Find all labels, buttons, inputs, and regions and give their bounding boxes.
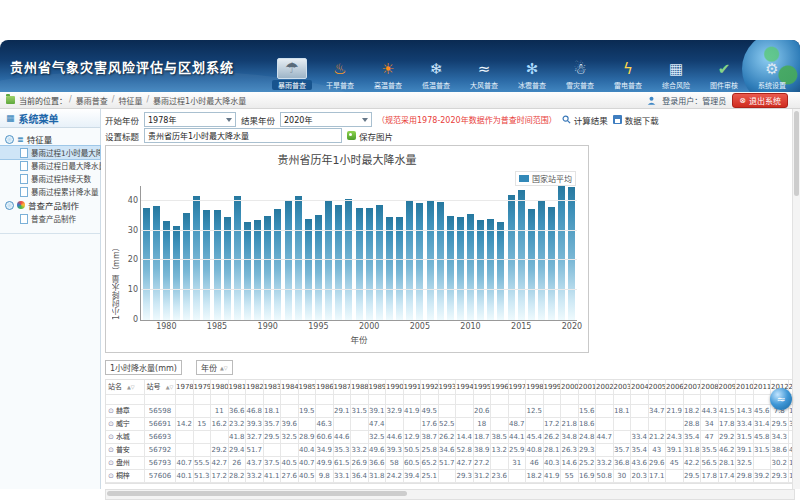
calculate-button[interactable]: 计算结果 — [562, 114, 608, 126]
row-select-radio-icon[interactable]: ⊙ — [108, 460, 114, 467]
breadcrumb-item[interactable]: 暴雨普查 — [76, 95, 108, 106]
col-year[interactable]: 1984 — [281, 380, 299, 394]
bar-2002[interactable] — [386, 217, 393, 320]
col-year[interactable]: 1994 — [456, 380, 474, 394]
bar-2015[interactable] — [518, 190, 525, 320]
logout-button[interactable]: ⊗ 退出系统 — [732, 93, 788, 108]
col-year[interactable]: 2001 — [579, 380, 597, 394]
chart-title-input[interactable]: 贵州省历年1小时最大降水量 — [144, 128, 342, 143]
bar-1997[interactable] — [335, 205, 342, 320]
col-year[interactable]: 1979 — [194, 380, 212, 394]
start-year-select[interactable]: 1978年 — [144, 112, 236, 127]
bar-2006[interactable] — [427, 201, 434, 320]
row-select-radio-icon[interactable]: ⊙ — [108, 434, 114, 441]
bar-1988[interactable] — [244, 222, 251, 320]
tree-branch[interactable]: 普查产品制作 — [0, 198, 100, 212]
bar-1983[interactable] — [193, 196, 200, 321]
nav-item-high-temp-survey[interactable]: ☀高温普查 — [368, 60, 408, 90]
bar-1991[interactable] — [274, 209, 281, 320]
bar-2020[interactable] — [568, 187, 575, 320]
bar-1979[interactable] — [153, 206, 160, 320]
bar-1999[interactable] — [356, 208, 363, 320]
col-year[interactable]: 1996 — [491, 380, 509, 394]
col-year[interactable]: 1989 — [369, 380, 387, 394]
col-year[interactable]: 1991 — [404, 380, 422, 394]
save-image-button[interactable]: 保存图片 — [347, 130, 393, 142]
col-year[interactable]: 2006 — [666, 380, 684, 394]
bar-1981[interactable] — [173, 226, 180, 320]
table-row[interactable]: ⊙水城5669341.832.729.532.528.960.644.632.5… — [106, 431, 794, 444]
col-year[interactable]: 1993 — [439, 380, 457, 394]
col-year[interactable]: 1980 — [211, 380, 229, 394]
col-year[interactable]: 1981 — [229, 380, 247, 394]
bar-1990[interactable] — [264, 216, 271, 320]
col-year[interactable]: 1983 — [264, 380, 282, 394]
bar-2013[interactable] — [497, 222, 504, 320]
data-download-button[interactable]: 数据下载 — [613, 114, 659, 126]
col-year[interactable]: 1985 — [299, 380, 317, 394]
col-year[interactable]: 2008 — [701, 380, 719, 394]
bar-1980[interactable] — [163, 221, 170, 320]
tree-leaf[interactable]: 暴雨过程1小时最大降水量 — [0, 146, 100, 159]
value-filter-box[interactable]: 1小时降水量(mm) — [105, 360, 182, 375]
col-station-name[interactable]: 站名▲▽ — [106, 380, 145, 394]
tree-leaf[interactable]: 普查产品制作 — [0, 212, 100, 225]
table-row[interactable]: ⊙桐梓5760640.151.317.228.233.241.127.640.5… — [106, 470, 794, 483]
sort-icons[interactable]: ▲▽ — [220, 365, 228, 371]
col-year[interactable]: 1986 — [316, 380, 334, 394]
bar-1984[interactable] — [203, 210, 210, 320]
bar-2000[interactable] — [366, 208, 373, 320]
bar-1994[interactable] — [305, 219, 312, 321]
bar-1993[interactable] — [295, 196, 302, 320]
bar-1995[interactable] — [315, 215, 322, 320]
row-select-radio-icon[interactable]: ⊙ — [108, 408, 114, 415]
col-year[interactable]: 1992 — [421, 380, 439, 394]
tree-branch[interactable]: ≣特征量 — [0, 132, 100, 146]
end-year-select[interactable]: 2020年 — [280, 112, 372, 127]
bar-1989[interactable] — [254, 220, 261, 320]
bar-2004[interactable] — [406, 201, 413, 320]
col-year[interactable]: 1988 — [351, 380, 369, 394]
col-year[interactable]: 1998 — [526, 380, 544, 394]
col-year[interactable]: 1990 — [386, 380, 404, 394]
bar-2011[interactable] — [477, 220, 484, 320]
year-sort-box[interactable]: 年份 ▲▽ — [196, 360, 233, 375]
bar-2009[interactable] — [457, 217, 464, 320]
col-year[interactable]: 2000 — [561, 380, 579, 394]
col-year[interactable]: 1982 — [246, 380, 264, 394]
bar-2018[interactable] — [548, 207, 555, 320]
row-select-radio-icon[interactable]: ⊙ — [108, 473, 114, 480]
nav-item-system-settings[interactable]: ⚙系统设置 — [752, 60, 792, 90]
bar-1986[interactable] — [224, 217, 231, 320]
bar-2014[interactable] — [508, 195, 515, 320]
bar-2001[interactable] — [376, 205, 383, 320]
bar-2016[interactable] — [528, 209, 535, 320]
nav-item-low-temp-survey[interactable]: ❄低温普查 — [416, 60, 456, 90]
vertical-scrollbar-thumb[interactable] — [794, 111, 799, 196]
bar-1987[interactable] — [234, 196, 241, 321]
bar-1978[interactable] — [143, 208, 150, 320]
nav-item-rainstorm-survey[interactable]: ☂暴雨普查 — [272, 58, 312, 90]
bar-1996[interactable] — [325, 201, 332, 320]
nav-item-snow-survey[interactable]: ☃雪灾普查 — [560, 60, 600, 90]
tree-leaf[interactable]: 暴雨过程日最大降水量 — [0, 159, 100, 172]
col-station-id[interactable]: 站号 ▲▽ — [145, 380, 176, 394]
col-year[interactable]: 2010 — [736, 380, 754, 394]
table-row[interactable]: ⊙盘州5679340.755.542.72643.737.540.540.749… — [106, 457, 794, 470]
col-year[interactable]: 2003 — [614, 380, 632, 394]
horizontal-scrollbar-thumb[interactable] — [107, 491, 407, 496]
nav-item-wind-survey[interactable]: ≈大风普查 — [464, 60, 504, 90]
col-year[interactable]: 2009 — [719, 380, 737, 394]
bar-1985[interactable] — [214, 210, 221, 320]
col-year[interactable]: 1987 — [334, 380, 352, 394]
nav-item-drought-survey[interactable]: ♨干旱普查 — [320, 60, 360, 90]
chart-legend[interactable]: 国家站平均 — [515, 171, 576, 186]
tree-leaf[interactable]: 暴雨过程累计降水量 — [0, 185, 100, 198]
table-row[interactable]: ⊙赫章565981136.646.818.119.529.131.539.132… — [106, 405, 794, 418]
nav-item-hail-survey[interactable]: ✻冰雹普查 — [512, 60, 552, 90]
bar-2008[interactable] — [447, 216, 454, 321]
bar-2012[interactable] — [487, 219, 494, 321]
breadcrumb-item[interactable]: 特征量 — [118, 95, 142, 106]
tree-leaf[interactable]: 暴雨过程持续天数 — [0, 172, 100, 185]
row-select-radio-icon[interactable]: ⊙ — [108, 421, 114, 428]
